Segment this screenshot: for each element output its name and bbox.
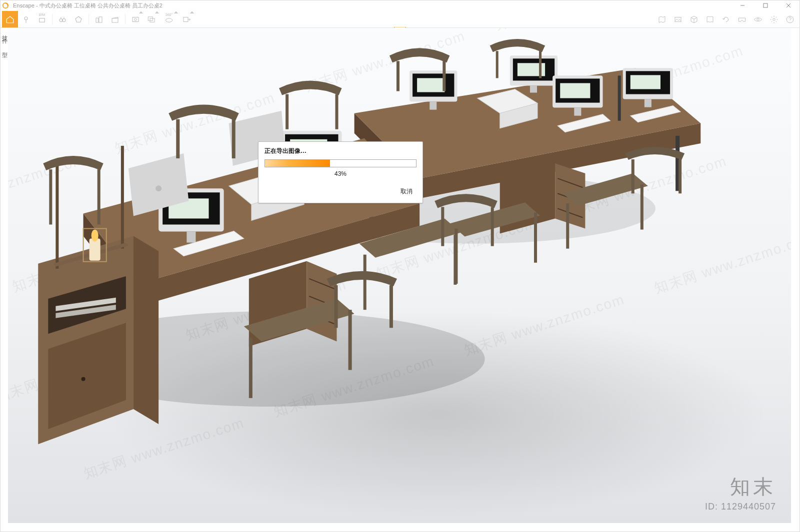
image-button[interactable] <box>670 11 686 27</box>
left-panel-strip: 技 件 型 <box>0 28 8 498</box>
bim-button[interactable]: BIM <box>34 11 50 27</box>
svg-point-2 <box>24 16 28 19</box>
titlebar: Enscape - 中式办公桌椅 工位桌椅 公共办公桌椅 员工办公桌2 <box>0 0 800 11</box>
binoculars-button[interactable] <box>54 11 70 27</box>
svg-rect-39 <box>530 85 537 92</box>
progress-percent: 43% <box>258 167 422 182</box>
svg-rect-107 <box>348 310 352 370</box>
svg-rect-73 <box>121 146 124 249</box>
pin-button[interactable] <box>18 11 34 27</box>
vr-headset-button[interactable] <box>734 11 750 27</box>
visibility-button[interactable] <box>750 11 766 27</box>
svg-rect-34 <box>417 78 444 92</box>
svg-rect-109 <box>491 207 494 246</box>
svg-rect-9 <box>132 17 138 21</box>
svg-point-10 <box>134 18 137 20</box>
svg-rect-6 <box>96 18 98 22</box>
svg-rect-111 <box>454 229 458 284</box>
svg-point-4 <box>60 18 62 21</box>
svg-point-77 <box>92 230 98 242</box>
cube-button[interactable] <box>686 11 702 27</box>
svg-rect-59 <box>640 184 644 229</box>
svg-rect-106 <box>249 338 252 398</box>
window-title: Enscape - 中式办公桌椅 工位桌椅 公共办公桌椅 员工办公桌2 <box>11 2 162 9</box>
progress-bar-fill <box>265 160 330 167</box>
svg-rect-81 <box>186 232 196 243</box>
refresh-button[interactable] <box>718 11 734 27</box>
svg-rect-108 <box>441 207 444 246</box>
svg-rect-104 <box>334 285 338 328</box>
render-viewport[interactable]: 知末网 www.znzmo.com 知末网 www.znzmo.com 知末网 … <box>8 28 791 523</box>
svg-rect-26 <box>618 75 621 120</box>
svg-rect-52 <box>396 61 400 91</box>
batch-render-button[interactable] <box>144 11 160 27</box>
pano360-label: 360° <box>166 13 172 16</box>
main-toolbar: BIM 360° <box>0 11 800 28</box>
svg-rect-58 <box>566 203 569 248</box>
document-title: 中式办公桌椅 工位桌椅 公共办公桌椅 员工办公桌2 <box>40 2 162 8</box>
svg-rect-14 <box>184 17 188 21</box>
chair-l-back-2 <box>279 80 342 129</box>
svg-rect-98 <box>176 119 180 158</box>
svg-rect-102 <box>49 169 52 224</box>
svg-rect-100 <box>286 94 288 129</box>
svg-rect-1 <box>764 3 768 7</box>
pentagon-button[interactable] <box>70 11 86 27</box>
svg-rect-43 <box>574 108 581 116</box>
svg-rect-46 <box>630 75 660 89</box>
bim-label: BIM <box>39 13 45 16</box>
svg-marker-66 <box>134 236 158 424</box>
app-logo-icon <box>0 0 11 11</box>
map-button[interactable] <box>654 11 670 27</box>
svg-rect-35 <box>430 102 436 110</box>
svg-rect-110 <box>364 255 366 310</box>
svg-rect-47 <box>644 99 652 107</box>
export-progress-dialog: 正在导出图像… 43% 取消 <box>258 141 423 203</box>
window-controls <box>731 0 800 11</box>
svg-point-13 <box>166 18 172 22</box>
watermark-id: ID: 1129440507 <box>705 502 776 512</box>
settings-button[interactable] <box>766 11 782 27</box>
progress-bar <box>264 159 416 167</box>
app-name: Enscape <box>13 2 34 8</box>
watermark-brand: 知末 <box>705 473 776 501</box>
svg-rect-3 <box>40 18 45 22</box>
svg-rect-101 <box>335 94 338 129</box>
close-button[interactable] <box>777 0 800 11</box>
svg-rect-11 <box>148 16 152 20</box>
buildings-button[interactable] <box>91 11 107 27</box>
svg-rect-8 <box>112 18 118 22</box>
help-button[interactable] <box>782 11 798 27</box>
svg-rect-54 <box>496 51 498 78</box>
svg-rect-12 <box>150 18 154 22</box>
corner-watermark: 知末 ID: 1129440507 <box>705 473 776 512</box>
svg-rect-76 <box>90 239 100 261</box>
svg-rect-72 <box>56 163 58 269</box>
dialog-title: 正在导出图像… <box>258 142 422 159</box>
svg-rect-103 <box>98 169 100 224</box>
pano360-button[interactable]: 360° <box>160 11 178 27</box>
svg-rect-53 <box>442 61 446 91</box>
svg-rect-55 <box>539 51 542 78</box>
svg-rect-15 <box>675 17 681 21</box>
svg-rect-105 <box>390 285 393 328</box>
home-button[interactable] <box>2 11 18 27</box>
minimize-button[interactable] <box>731 0 754 11</box>
maximize-button[interactable] <box>754 0 777 11</box>
svg-rect-56 <box>632 159 634 193</box>
chair-l-back-1 <box>168 105 239 158</box>
snapshot-button[interactable] <box>128 11 144 27</box>
svg-rect-61 <box>534 212 537 262</box>
svg-point-87 <box>156 185 162 191</box>
clapperboard-button[interactable] <box>107 11 123 27</box>
export-button[interactable] <box>178 11 194 27</box>
cancel-button[interactable]: 取消 <box>398 185 416 198</box>
svg-point-71 <box>82 377 86 381</box>
book-button[interactable] <box>702 11 718 27</box>
svg-rect-99 <box>232 119 236 158</box>
scene-illustration <box>8 28 791 523</box>
svg-point-17 <box>773 18 776 20</box>
svg-point-5 <box>62 18 66 21</box>
svg-rect-57 <box>678 159 682 193</box>
svg-rect-42 <box>560 83 590 98</box>
